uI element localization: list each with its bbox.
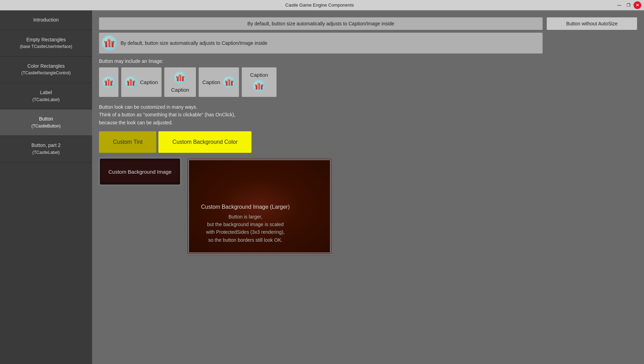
customize-description: Button look can be customized in many wa… — [99, 103, 637, 126]
svg-rect-9 — [109, 38, 110, 40]
sidebar-item-button-part2[interactable]: Button, part 2(TCastleLabel) — [0, 136, 92, 162]
sidebar-item-button[interactable]: Button(TCastleButton) — [0, 109, 92, 136]
svg-rect-24 — [130, 79, 130, 81]
svg-rect-7 — [112, 41, 113, 43]
svg-rect-20 — [127, 82, 129, 85]
without-autosize-button[interactable]: Button without AutoSize — [547, 17, 637, 30]
svg-rect-47 — [231, 81, 232, 82]
svg-rect-33 — [179, 76, 181, 81]
custom-bg-image-button[interactable]: Custom Background Image — [99, 158, 181, 185]
sidebar-item-introduction[interactable]: Introduction — [0, 10, 92, 30]
svg-rect-2 — [106, 41, 107, 43]
caption-buttons-row: Caption — [99, 67, 637, 97]
custom-color-buttons-row: Custom Tint Custom Background Color — [99, 131, 637, 153]
svg-rect-16 — [110, 82, 112, 85]
caption-icon-top-button[interactable]: Caption — [164, 67, 196, 97]
svg-rect-54 — [258, 83, 258, 84]
svg-rect-50 — [256, 85, 257, 89]
svg-rect-52 — [257, 84, 257, 86]
svg-rect-1 — [105, 41, 106, 43]
castle-icon-sm-3 — [174, 72, 187, 84]
autosize-text-button[interactable]: By default, button size automatically ad… — [99, 17, 543, 30]
custom-image-row: Custom Background Image Custom Backgroun… — [99, 158, 637, 255]
image-row-label: Button may include an Image: — [99, 58, 637, 64]
custom-bg-color-button[interactable]: Custom Background Color — [158, 131, 251, 153]
custom-tint-button[interactable]: Custom Tint — [99, 131, 156, 153]
caption-icon-only-button[interactable] — [99, 67, 118, 97]
caption-icon-below-button[interactable]: Caption — [242, 67, 276, 97]
svg-rect-29 — [130, 78, 131, 79]
caption-icon-right-button[interactable]: Caption — [199, 67, 239, 97]
larger-button-title: Custom Background Image (Larger) Button … — [201, 204, 290, 244]
svg-rect-26 — [133, 82, 134, 85]
svg-rect-13 — [108, 80, 110, 85]
svg-rect-58 — [262, 84, 263, 86]
svg-rect-19 — [108, 78, 109, 79]
svg-rect-49 — [229, 78, 230, 79]
autosize-icon-text-button[interactable]: By default, button size automatically ad… — [99, 33, 543, 53]
svg-rect-44 — [228, 79, 229, 81]
svg-rect-10 — [105, 82, 107, 85]
svg-rect-0 — [105, 42, 107, 47]
content-area: By default, button size automatically ad… — [92, 10, 644, 364]
svg-rect-59 — [258, 82, 259, 83]
svg-rect-53 — [258, 84, 260, 90]
svg-rect-32 — [177, 76, 178, 78]
svg-rect-36 — [182, 77, 183, 81]
svg-rect-4 — [108, 39, 109, 41]
svg-rect-18 — [112, 81, 113, 82]
title-bar: Castle Game Engine Components — ❐ ✕ — [0, 0, 644, 10]
autosize-row: By default, button size automatically ad… — [99, 17, 637, 53]
svg-rect-51 — [255, 84, 256, 86]
svg-rect-6 — [112, 42, 114, 47]
svg-rect-56 — [261, 85, 263, 89]
svg-rect-8 — [113, 41, 114, 43]
svg-rect-27 — [133, 81, 133, 82]
castle-icon-sm-5 — [253, 80, 265, 92]
castle-icon-sm-2 — [125, 76, 137, 89]
custom-bg-image-larger-button[interactable]: Custom Background Image (Larger) Button … — [187, 158, 332, 255]
caption-section: Button may include an Image: — [99, 58, 637, 97]
svg-rect-12 — [106, 81, 107, 82]
sidebar: Introduction Empty Rectangles(base TCast… — [0, 10, 92, 364]
caption-icon-left-button[interactable]: Caption — [121, 67, 162, 97]
svg-rect-14 — [107, 79, 108, 81]
svg-rect-38 — [183, 76, 184, 78]
svg-rect-11 — [105, 81, 106, 82]
restore-button[interactable]: ❐ — [625, 1, 632, 9]
close-button[interactable]: ✕ — [634, 1, 641, 9]
svg-rect-22 — [129, 81, 129, 82]
svg-rect-30 — [177, 77, 179, 81]
svg-rect-48 — [232, 81, 233, 82]
sidebar-item-label[interactable]: Label(TCastleLabel) — [0, 83, 92, 109]
castle-icon-sm-4 — [223, 76, 236, 89]
title-bar-title: Castle Game Engine Components — [24, 2, 616, 8]
sidebar-item-empty-rectangles[interactable]: Empty Rectangles(base TCastleUserInterfa… — [0, 30, 92, 57]
svg-rect-41 — [225, 81, 226, 82]
sidebar-item-color-rectangles[interactable]: Color Rectangles(TCastleRectangleControl… — [0, 57, 92, 83]
svg-rect-43 — [229, 80, 230, 85]
minimize-button[interactable]: — — [616, 1, 623, 9]
svg-rect-3 — [108, 40, 110, 47]
svg-rect-21 — [127, 81, 128, 82]
svg-rect-31 — [176, 76, 177, 78]
title-bar-controls: — ❐ ✕ — [616, 1, 641, 9]
castle-icon — [102, 35, 117, 51]
svg-rect-17 — [110, 81, 111, 82]
svg-rect-28 — [134, 81, 135, 82]
main-layout: Introduction Empty Rectangles(base TCast… — [0, 10, 644, 364]
svg-rect-46 — [231, 82, 233, 85]
svg-rect-34 — [179, 74, 179, 76]
svg-rect-57 — [261, 84, 262, 86]
svg-rect-23 — [130, 80, 132, 85]
svg-rect-42 — [227, 81, 228, 82]
castle-icon-sm-1 — [102, 76, 115, 89]
svg-rect-40 — [226, 82, 228, 85]
svg-rect-39 — [180, 74, 181, 75]
svg-rect-37 — [182, 76, 182, 78]
